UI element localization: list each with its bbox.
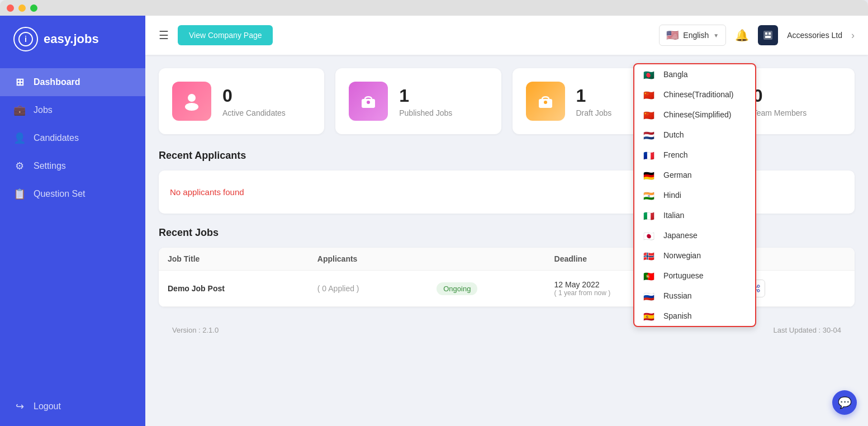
settings-icon: ⚙ (13, 160, 26, 172)
lang-option-chinese-trad[interactable]: 🇨🇳 Chinese(Traditional) (634, 84, 755, 105)
chinese-trad-flag-icon: 🇨🇳 (643, 90, 657, 99)
lang-label-italian: Italian (663, 211, 684, 220)
lang-option-russian[interactable]: 🇷🇺 Russian (634, 286, 755, 306)
window-chrome (0, 0, 868, 16)
stat-card-published-jobs: 1 Published Jobs (335, 68, 501, 134)
logo-text: easy.jobs (44, 32, 99, 46)
language-flag: 🇺🇸 (666, 29, 679, 41)
stat-info-draft-jobs: 1 Draft Jobs (576, 86, 612, 117)
lang-label-chinese-simp: Chinese(Simplified) (663, 110, 731, 119)
published-jobs-count: 1 (399, 86, 452, 106)
company-avatar (758, 25, 778, 45)
japanese-flag-icon: 🇯🇵 (643, 231, 657, 240)
lang-label-dutch: Dutch (663, 130, 684, 139)
svg-text:i: i (25, 35, 27, 44)
logo-icon: i (13, 27, 38, 51)
language-selector[interactable]: 🇺🇸 English ▼ (659, 25, 726, 46)
active-candidates-icon-box (172, 82, 211, 121)
spanish-flag-icon: 🇪🇸 (643, 311, 657, 320)
maximize-button[interactable] (30, 4, 37, 12)
candidates-icon: 👤 (13, 132, 26, 144)
jobs-icon: 💼 (13, 104, 26, 116)
lang-option-portuguese[interactable]: 🇵🇹 Portuguese (634, 266, 755, 286)
sidebar-item-label-settings: Settings (34, 161, 66, 171)
svg-point-21 (757, 285, 760, 287)
bangla-flag-icon: 🇧🇩 (643, 70, 657, 79)
menu-icon[interactable]: ☰ (159, 29, 169, 42)
close-button[interactable] (7, 4, 14, 12)
company-name: Accessories Ltd (787, 31, 842, 40)
lang-option-norwegian[interactable]: 🇳🇴 Norwegian (634, 245, 755, 266)
german-flag-icon: 🇩🇪 (643, 171, 657, 179)
sidebar-item-label-jobs: Jobs (34, 105, 53, 115)
sidebar-nav: ⊞ Dashboard 💼 Jobs 👤 Candidates ⚙ Settin… (0, 63, 145, 392)
sidebar-logo: i easy.jobs (0, 16, 145, 63)
lang-option-chinese-simp[interactable]: 🇨🇳 Chinese(Simplified) (634, 105, 755, 125)
sidebar: i easy.jobs ⊞ Dashboard 💼 Jobs 👤 Candida… (0, 16, 145, 426)
published-jobs-label: Published Jobs (399, 108, 452, 117)
header: ☰ View Company Page 🇺🇸 English ▼ 🔔 (145, 16, 868, 55)
sidebar-item-dashboard[interactable]: ⊞ Dashboard (0, 68, 145, 96)
logout-label: Logout (34, 401, 61, 411)
col-job-title: Job Title (159, 248, 309, 271)
svg-rect-3 (765, 32, 767, 35)
lang-option-dutch[interactable]: 🇳🇱 Dutch (634, 125, 755, 145)
active-candidates-label: Active Candidates (222, 108, 286, 117)
stat-info-active-candidates: 0 Active Candidates (222, 86, 286, 117)
sidebar-item-settings[interactable]: ⚙ Settings (0, 152, 145, 180)
team-members-label: Team Members (753, 108, 807, 117)
lang-option-hindi[interactable]: 🇮🇳 Hindi (634, 185, 755, 205)
col-status (428, 248, 545, 271)
view-company-button[interactable]: View Company Page (178, 25, 273, 45)
lang-option-german[interactable]: 🇩🇪 German (634, 165, 755, 185)
hindi-flag-icon: 🇮🇳 (643, 191, 657, 200)
main-content: ☰ View Company Page 🇺🇸 English ▼ 🔔 (145, 16, 868, 426)
lang-label-portuguese: Portuguese (663, 271, 704, 280)
job-title-cell: Demo Job Post (159, 271, 309, 307)
sidebar-item-label-dashboard: Dashboard (34, 77, 80, 87)
stat-info-published-jobs: 1 Published Jobs (399, 86, 452, 117)
company-chevron-icon: › (851, 30, 855, 41)
question-set-icon: 📋 (13, 188, 26, 200)
lang-label-chinese-trad: Chinese(Traditional) (663, 90, 734, 99)
status-badge: Ongoing (437, 282, 477, 295)
minimize-button[interactable] (18, 4, 26, 12)
italian-flag-icon: 🇮🇹 (643, 211, 657, 220)
lang-option-spanish[interactable]: 🇪🇸 Spanish (634, 306, 755, 326)
notification-bell-icon[interactable]: 🔔 (735, 29, 749, 42)
lang-label-spanish: Spanish (663, 311, 692, 320)
svg-rect-5 (765, 36, 771, 38)
lang-label-german: German (663, 171, 692, 179)
logout-button[interactable]: ↪ Logout (0, 392, 145, 420)
russian-flag-icon: 🇷🇺 (643, 291, 657, 300)
sidebar-item-question-set[interactable]: 📋 Question Set (0, 180, 145, 208)
published-jobs-icon-box (349, 82, 388, 121)
lang-option-bangla[interactable]: 🇧🇩 Bangla (634, 64, 755, 84)
team-members-count: 0 (753, 86, 807, 106)
svg-point-23 (757, 290, 760, 292)
lang-option-japanese[interactable]: 🇯🇵 Japanese (634, 225, 755, 245)
svg-rect-4 (769, 32, 771, 35)
french-flag-icon: 🇫🇷 (643, 150, 657, 159)
lang-label-norwegian: Norwegian (663, 251, 701, 260)
sidebar-item-label-candidates: Candidates (34, 133, 79, 143)
dashboard-icon: ⊞ (13, 76, 26, 88)
last-updated-text: Last Updated : 30-04 (774, 326, 841, 334)
chat-bubble-button[interactable]: 💬 (832, 390, 857, 415)
lang-option-italian[interactable]: 🇮🇹 Italian (634, 205, 755, 225)
draft-jobs-icon-box (526, 82, 565, 121)
lang-label-russian: Russian (663, 291, 692, 300)
language-dropdown: 🇧🇩 Bangla 🇨🇳 Chinese(Traditional) 🇨🇳 Chi… (633, 63, 756, 327)
status-cell: Ongoing (428, 271, 545, 307)
header-right: 🇺🇸 English ▼ 🔔 Accessories Ltd › (659, 25, 855, 46)
applicants-cell: ( 0 Applied ) (309, 271, 428, 307)
draft-jobs-label: Draft Jobs (576, 108, 612, 117)
portuguese-flag-icon: 🇵🇹 (643, 271, 657, 280)
chevron-down-icon: ▼ (713, 32, 719, 39)
dutch-flag-icon: 🇳🇱 (643, 130, 657, 139)
draft-jobs-count: 1 (576, 86, 612, 106)
sidebar-item-candidates[interactable]: 👤 Candidates (0, 124, 145, 152)
chinese-simp-flag-icon: 🇨🇳 (643, 110, 657, 119)
sidebar-item-jobs[interactable]: 💼 Jobs (0, 96, 145, 124)
lang-option-french[interactable]: 🇫🇷 French (634, 145, 755, 165)
